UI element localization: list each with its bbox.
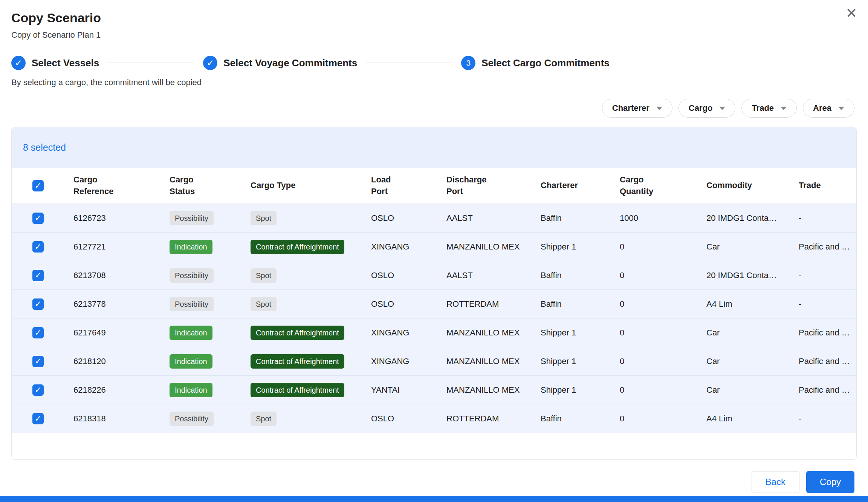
cell-cargo-reference: 6213708 — [64, 271, 160, 280]
cell-cargo-quantity: 0 — [611, 385, 697, 395]
table-row[interactable]: ✓ 6127721 Indication Contract of Affreig… — [12, 233, 856, 261]
cell-commodity: Car — [697, 385, 790, 395]
cell-commodity: 20 IMDG1 Conta… — [697, 213, 790, 223]
cell-commodity: 20 IMDG1 Conta… — [697, 271, 790, 280]
step-complete-icon: ✓ — [11, 56, 26, 70]
header-trade: Trade — [790, 180, 856, 191]
cell-commodity: Car — [697, 357, 790, 366]
dialog-footer: Back Copy — [752, 471, 854, 493]
check-icon: ✓ — [35, 386, 41, 394]
row-checkbox[interactable]: ✓ — [32, 241, 44, 253]
chevron-down-icon — [656, 107, 662, 110]
filter-area[interactable]: Area — [803, 99, 854, 118]
step-label: Select Cargo Commitments — [481, 57, 610, 69]
cell-cargo-quantity: 1000 — [611, 213, 697, 223]
cell-load-port: XINGANG — [362, 242, 437, 252]
cell-charterer: Shipper 1 — [532, 242, 611, 252]
cell-charterer: Shipper 1 — [532, 328, 611, 338]
copy-button[interactable]: Copy — [806, 471, 854, 493]
cell-load-port: YANTAI — [362, 385, 437, 395]
cell-trade: Pacific and So… — [790, 242, 856, 252]
table-row[interactable]: ✓ 6126723 Possibility Spot OSLO AALST Ba… — [12, 204, 856, 233]
row-checkbox[interactable]: ✓ — [32, 270, 44, 281]
row-checkbox[interactable]: ✓ — [32, 298, 44, 310]
filter-bar: Charterer Cargo Trade Area — [0, 87, 868, 118]
cell-discharge-port: ROTTERDAM — [437, 299, 532, 309]
check-icon: ✓ — [35, 214, 41, 222]
filter-label: Cargo — [689, 103, 713, 113]
row-checkbox[interactable]: ✓ — [32, 384, 44, 396]
step-complete-icon: ✓ — [203, 56, 217, 70]
filter-cargo[interactable]: Cargo — [679, 99, 736, 118]
cell-trade: - — [790, 271, 856, 280]
row-checkbox[interactable]: ✓ — [32, 213, 44, 224]
cell-discharge-port: MANZANILLO MEX — [437, 242, 532, 252]
header-charterer: Charterer — [532, 180, 611, 191]
row-checkbox[interactable]: ✓ — [32, 413, 44, 424]
cell-trade: - — [790, 213, 856, 223]
select-all-checkbox[interactable]: ✓ — [32, 180, 44, 191]
cargo-type-badge: Spot — [251, 211, 277, 225]
cell-discharge-port: ROTTERDAM — [437, 414, 532, 424]
close-icon[interactable]: × — [846, 4, 857, 22]
filter-charterer[interactable]: Charterer — [602, 99, 672, 118]
cell-load-port: OSLO — [362, 299, 437, 309]
cell-charterer: Baffin — [532, 299, 611, 309]
cell-discharge-port: MANZANILLO MEX — [437, 385, 532, 395]
cell-load-port: XINGANG — [362, 328, 437, 338]
filter-trade[interactable]: Trade — [741, 99, 797, 118]
step-select-vessels[interactable]: ✓ Select Vessels — [11, 56, 99, 70]
step-number-icon: 3 — [461, 56, 475, 70]
table-row[interactable]: ✓ 6218120 Indication Contract of Affreig… — [12, 347, 856, 376]
header-cargo-status: Cargo Status — [160, 174, 241, 197]
cell-commodity: A4 Lim — [697, 414, 790, 424]
table-row[interactable]: ✓ 6213778 Possibility Spot OSLO ROTTERDA… — [12, 290, 856, 318]
check-icon: ✓ — [35, 415, 41, 423]
cargo-status-badge: Possibility — [170, 268, 214, 283]
check-icon: ✓ — [207, 58, 214, 68]
cell-charterer: Shipper 1 — [532, 357, 611, 366]
cargo-status-badge: Possibility — [170, 412, 214, 426]
cargo-status-badge: Indication — [170, 326, 212, 340]
chevron-down-icon — [838, 107, 844, 110]
cell-cargo-quantity: 0 — [611, 414, 697, 424]
check-icon: ✓ — [35, 182, 41, 190]
cell-trade: - — [790, 299, 856, 309]
cell-commodity: Car — [697, 328, 790, 338]
step-number: 3 — [466, 58, 471, 67]
cell-cargo-quantity: 0 — [611, 242, 697, 252]
table-row[interactable]: ✓ 6213708 Possibility Spot OSLO AALST Ba… — [12, 261, 856, 290]
row-checkbox[interactable]: ✓ — [32, 327, 44, 338]
selection-hint: By selecting a cargo, the commitment wil… — [11, 78, 857, 87]
cargo-status-badge: Indication — [170, 383, 212, 397]
cell-trade: Pacific and So… — [790, 357, 856, 366]
step-select-voyage-commitments[interactable]: ✓ Select Voyage Commitments — [203, 56, 357, 70]
table-row[interactable]: ✓ 6217649 Indication Contract of Affreig… — [12, 318, 856, 347]
header-cargo-type: Cargo Type — [241, 180, 362, 191]
selected-count[interactable]: 8 selected — [23, 142, 66, 153]
cell-cargo-quantity: 0 — [611, 299, 697, 309]
cell-discharge-port: AALST — [437, 271, 532, 280]
table-row[interactable]: ✓ 6218226 Indication Contract of Affreig… — [12, 376, 856, 404]
cargo-status-badge: Possibility — [170, 297, 214, 311]
back-button[interactable]: Back — [752, 471, 799, 493]
cell-trade: Pacific and So… — [790, 385, 856, 395]
filter-label: Area — [813, 103, 831, 113]
selection-toolbar: 8 selected — [12, 127, 856, 168]
check-icon: ✓ — [15, 58, 22, 68]
cell-cargo-reference: 6218226 — [64, 385, 160, 395]
cell-load-port: OSLO — [362, 213, 437, 223]
cargo-type-badge: Spot — [251, 297, 277, 311]
step-select-cargo-commitments[interactable]: 3 Select Cargo Commitments — [461, 56, 610, 70]
row-checkbox[interactable]: ✓ — [32, 356, 44, 367]
cell-commodity: A4 Lim — [697, 299, 790, 309]
table-row[interactable]: ✓ 6218318 Possibility Spot OSLO ROTTERDA… — [12, 404, 856, 433]
check-icon: ✓ — [35, 357, 41, 366]
header-commodity: Commodity — [697, 180, 790, 191]
check-icon: ✓ — [35, 329, 41, 337]
stepper: ✓ Select Vessels ✓ Select Voyage Commitm… — [0, 56, 868, 70]
step-label: Select Vessels — [32, 57, 99, 69]
check-icon: ✓ — [35, 243, 41, 251]
cell-charterer: Shipper 1 — [532, 385, 611, 395]
cargo-commitments-table: 8 selected ✓ Cargo Reference Cargo Statu… — [11, 127, 857, 460]
